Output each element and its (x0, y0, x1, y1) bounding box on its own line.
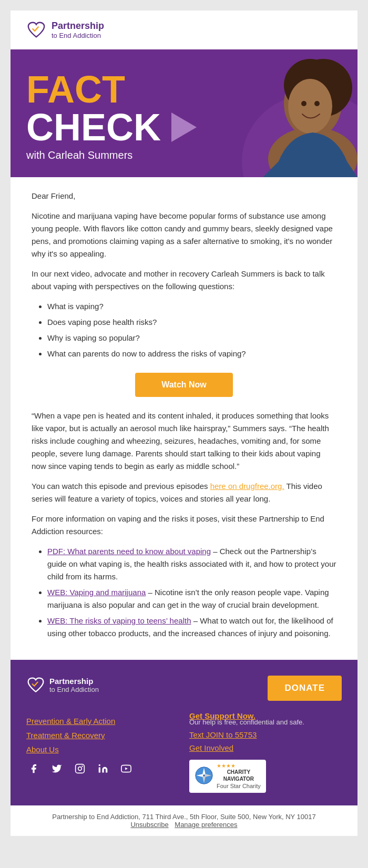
footer-nav-links: Prevention & Early Action Treatment & Re… (26, 717, 179, 754)
para3-text: You can watch this episode and previous … (32, 480, 336, 505)
footer-links-row: Unsubscribe Manage preferences (21, 821, 347, 829)
hero-check-label: CHECK (26, 108, 342, 146)
footer-support-sub: Our help is free, confidential and safe. (189, 718, 342, 726)
footer-address: Partnership to End Addiction, 711 Third … (21, 813, 347, 821)
bottom-footer: Partnership to End Addiction, 711 Third … (11, 805, 357, 836)
footer-nav-link-about[interactable]: About Us (26, 745, 179, 754)
questions-list: What is vaping? Does vaping pose health … (47, 300, 336, 360)
charity-name: CHARITYNAVIGATOR (217, 769, 261, 782)
greeting-text: Dear Friend, (32, 190, 336, 202)
unsubscribe-link[interactable]: Unsubscribe (130, 821, 168, 829)
footer-logo-partnership: Partnership (49, 677, 99, 686)
facebook-icon[interactable] (26, 761, 41, 776)
footer-right-column: Get Support Now. Our help is free, confi… (179, 711, 342, 793)
logo-icon (26, 20, 46, 40)
footer-nav-link-treatment[interactable]: Treatment & Recovery (26, 731, 179, 740)
svg-point-12 (99, 764, 100, 766)
footer-left-column: Prevention & Early Action Treatment & Re… (26, 711, 179, 776)
question-item-1: What is vaping? (47, 300, 336, 313)
resource-item-2: WEB: Vaping and marijuana – Nicotine isn… (47, 586, 336, 611)
logo-sub-text: to End Addiction (52, 32, 104, 39)
instagram-icon[interactable] (73, 761, 87, 776)
svg-rect-8 (76, 764, 85, 773)
svg-rect-11 (99, 768, 100, 773)
hero-fact-label: FACT (26, 70, 342, 108)
watch-now-container: Watch Now (32, 373, 336, 397)
footer-logo-icon (26, 676, 45, 695)
resource-link-3[interactable]: WEB: The risks of vaping to teens’ healt… (47, 616, 191, 625)
email-container: Partnership to End Addiction FACT CHECK … (11, 11, 357, 836)
email-footer: Partnership to End Addiction DONATE Prev… (11, 660, 357, 805)
resource-link-1[interactable]: PDF: What parents need to know about vap… (47, 547, 211, 556)
para1-text: Nicotine and marijuana vaping have becom… (32, 210, 336, 260)
question-item-2: Does vaping pose health risks? (47, 316, 336, 329)
svg-point-9 (78, 767, 82, 771)
logo-text: Partnership to End Addiction (52, 21, 104, 39)
hero-with-label: with Carleah Summers (26, 149, 342, 161)
para2-text: In our next video, advocate and mother i… (32, 268, 336, 293)
charity-badge-text-block: ★★★★ CHARITYNAVIGATOR Four Star Charity (217, 763, 261, 790)
footer-columns: Prevention & Early Action Treatment & Re… (26, 711, 342, 793)
main-content: Dear Friend, Nicotine and marijuana vapi… (11, 177, 357, 660)
footer-logo-text-block: Partnership to End Addiction (49, 677, 99, 693)
para3-pre: You can watch this episode and previous … (32, 482, 210, 491)
email-header: Partnership to End Addiction (11, 11, 357, 49)
hero-banner: FACT CHECK with Carleah Summers (11, 49, 357, 177)
drugfree-link[interactable]: here on drugfree.org. (210, 482, 284, 491)
footer-support-block: Get Support Now. Our help is free, confi… (189, 711, 342, 726)
para4-text: For more information on vaping and the r… (32, 513, 336, 538)
footer-top: Partnership to End Addiction DONATE (26, 676, 342, 701)
charity-navigator-badge: ★★★★ CHARITYNAVIGATOR Four Star Charity (189, 760, 266, 793)
svg-point-19 (203, 774, 205, 777)
charity-compass-icon (195, 766, 213, 787)
play-triangle-icon (171, 113, 197, 142)
quote-text: “When a vape pen is heated and its conte… (32, 410, 336, 473)
charity-stars: ★★★★ (217, 763, 261, 769)
logo-partnership-text: Partnership (52, 21, 104, 32)
footer-social-icons (26, 761, 179, 776)
watch-now-button[interactable]: Watch Now (135, 373, 233, 397)
text-join-link[interactable]: Text JOIN to 55753 (189, 730, 342, 739)
resource-item-1: PDF: What parents need to know about vap… (47, 545, 336, 583)
resource-link-2[interactable]: WEB: Vaping and marijuana (47, 588, 146, 597)
svg-point-10 (81, 765, 83, 767)
donate-button[interactable]: DONATE (268, 676, 342, 701)
hero-text-block: FACT CHECK with Carleah Summers (26, 70, 342, 161)
youtube-icon[interactable] (119, 761, 134, 776)
manage-preferences-link[interactable]: Manage preferences (175, 821, 237, 829)
resource-item-3: WEB: The risks of vaping to teens’ healt… (47, 615, 336, 640)
footer-logo-sub: to End Addiction (49, 686, 99, 693)
footer-logo: Partnership to End Addiction (26, 676, 99, 695)
footer-nav-link-prevention[interactable]: Prevention & Early Action (26, 717, 179, 726)
linkedin-icon[interactable] (96, 761, 110, 776)
question-item-4: What can parents do now to address the r… (47, 348, 336, 360)
resource-list: PDF: What parents need to know about vap… (47, 545, 336, 640)
svg-marker-13 (125, 767, 128, 770)
get-involved-link[interactable]: Get Involved (189, 743, 342, 752)
twitter-icon[interactable] (49, 761, 64, 776)
charity-sub: Four Star Charity (217, 782, 261, 790)
question-item-3: Why is vaping so popular? (47, 332, 336, 344)
